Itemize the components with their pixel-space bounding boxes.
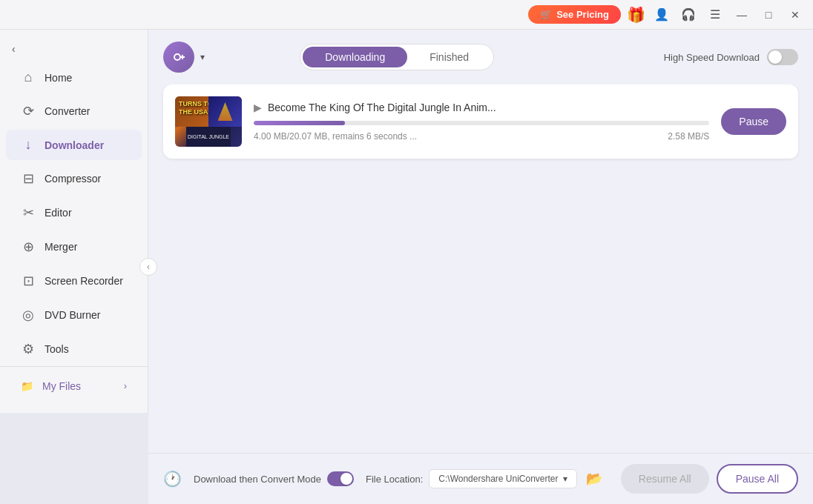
high-speed-toggle[interactable] [767,49,798,65]
home-icon: ⌂ [21,70,36,85]
file-location-control: File Location: C:\Wondershare UniConvert… [366,468,605,490]
convert-mode-toggle[interactable] [327,471,354,486]
clock-icon: 🕐 [163,470,182,488]
titlebar: 🛒 See Pricing 🎁 👤 🎧 ☰ — □ ✕ [0,0,813,30]
resume-all-button[interactable]: Resume All [621,464,709,494]
download-thumbnail: TURNS TOTHE USA DIGITAL JUNGLE [175,96,242,147]
progress-bar-background [254,121,709,125]
convert-mode-control: Download then Convert Mode [194,471,354,486]
compressor-icon: ⊟ [21,170,36,187]
download-list: TURNS TOTHE USA DIGITAL JUNGLE ▶ [148,84,813,453]
file-location-label: File Location: [366,474,423,485]
pause-all-button[interactable]: Pause All [717,464,798,494]
download-title: Become The King Of The Digital Jungle In… [268,102,496,113]
sidebar-item-label-dvd-burner: DVD Burner [45,309,100,321]
sidebar-item-label-editor: Editor [45,207,72,219]
cart-icon: 🛒 [540,9,552,20]
sidebar-item-dvd-burner[interactable]: ◎ DVD Burner [6,299,142,331]
sidebar-item-label-home: Home [45,72,72,84]
convert-mode-label: Download then Convert Mode [194,474,321,485]
file-path-text: C:\Wondershare UniConverter [438,474,558,484]
progress-bar-fill [254,121,345,125]
tab-group: Downloading Finished [300,44,494,70]
my-files-icon: 📁 [21,380,33,392]
high-speed-control: High Speed Download [664,49,798,65]
maximize-button[interactable]: □ [758,4,779,25]
sidebar-item-tools[interactable]: ⚙ Tools [6,334,142,365]
download-item: TURNS TOTHE USA DIGITAL JUNGLE ▶ [163,84,798,159]
tab-downloading[interactable]: Downloading [303,47,407,67]
tab-finished[interactable]: Finished [407,47,491,67]
progress-stats: 4.00 MB/20.07 MB, remains 6 seconds ... … [254,131,709,142]
menu-icon[interactable]: ☰ [705,4,725,25]
dvd-burner-icon: ◎ [21,307,36,323]
sidebar-item-converter[interactable]: ⟳ Converter [6,96,142,127]
add-download-button[interactable] [163,42,194,73]
merger-icon: ⊕ [21,239,36,255]
sidebar-collapse-handle[interactable]: ‹ [139,258,157,276]
close-button[interactable]: ✕ [785,4,806,25]
top-bar: ▾ Downloading Finished High Speed Downlo… [148,30,813,84]
video-type-icon: ▶ [254,102,262,113]
sidebar-item-screen-recorder[interactable]: ⊡ Screen Recorder [6,265,142,296]
sidebar-collapse-toggle[interactable]: ‹ [0,37,148,61]
collapse-icon: ‹ [12,43,16,55]
browse-folder-button[interactable]: 📂 [583,468,605,490]
headset-icon[interactable]: 🎧 [678,4,699,25]
file-path-selector[interactable]: C:\Wondershare UniConverter ▾ [429,469,576,488]
sidebar-item-label-screen-recorder: Screen Recorder [45,275,123,287]
sidebar-item-merger[interactable]: ⊕ Merger [6,231,142,262]
pause-button[interactable]: Pause [721,108,786,135]
download-speed: 2.58 MB/S [668,131,709,142]
sidebar-item-home[interactable]: ⌂ Home [6,62,142,93]
sidebar-item-label-merger: Merger [45,241,77,253]
sidebar-item-label-converter: Converter [45,105,90,117]
converter-icon: ⟳ [21,103,36,119]
download-info: ▶ Become The King Of The Digital Jungle … [254,102,709,142]
app-body: ‹ ⌂ Home ⟳ Converter ↓ Downloader ⊟ Comp… [0,30,813,504]
editor-icon: ✂ [21,205,36,221]
minimize-button[interactable]: — [731,4,752,25]
main-content: ▾ Downloading Finished High Speed Downlo… [148,30,813,504]
sidebar-item-editor[interactable]: ✂ Editor [6,197,142,228]
gift-icon[interactable]: 🎁 [627,6,645,24]
user-icon[interactable]: 👤 [651,4,672,25]
sidebar-item-compressor[interactable]: ⊟ Compressor [6,163,142,194]
thumbnail-image: TURNS TOTHE USA DIGITAL JUNGLE [175,96,242,147]
high-speed-label: High Speed Download [664,52,760,63]
sidebar-item-label-downloader: Downloader [45,139,104,151]
see-pricing-button[interactable]: 🛒 See Pricing [528,5,621,24]
sidebar-item-downloader[interactable]: ↓ Downloader [6,130,142,160]
progress-text: 4.00 MB/20.07 MB, remains 6 seconds ... [254,131,417,142]
bottom-bar: 🕐 Download then Convert Mode File Locati… [148,453,813,504]
see-pricing-label: See Pricing [556,9,609,20]
collapse-chevron-icon: ‹ [147,262,150,272]
download-title-row: ▶ Become The King Of The Digital Jungle … [254,102,709,113]
file-path-dropdown-icon: ▾ [563,474,567,484]
screen-recorder-icon: ⊡ [21,273,36,289]
add-dropdown-button[interactable]: ▾ [197,49,208,65]
my-files-label: My Files [42,380,81,392]
sidebar-item-label-tools: Tools [45,343,69,355]
sidebar-wrapper: ‹ ⌂ Home ⟳ Converter ↓ Downloader ⊟ Comp… [0,30,148,504]
add-download-icon [170,48,188,66]
downloader-icon: ↓ [21,137,36,153]
action-buttons: Resume All Pause All [621,464,798,494]
sidebar-item-label-compressor: Compressor [45,173,101,185]
my-files-arrow-icon: › [124,381,127,391]
tools-icon: ⚙ [21,341,36,357]
my-files-item[interactable]: 📁 My Files › [6,373,142,399]
svg-point-0 [174,54,180,60]
sidebar: ‹ ⌂ Home ⟳ Converter ↓ Downloader ⊟ Comp… [0,30,148,413]
sidebar-bottom: 📁 My Files › [0,366,148,405]
